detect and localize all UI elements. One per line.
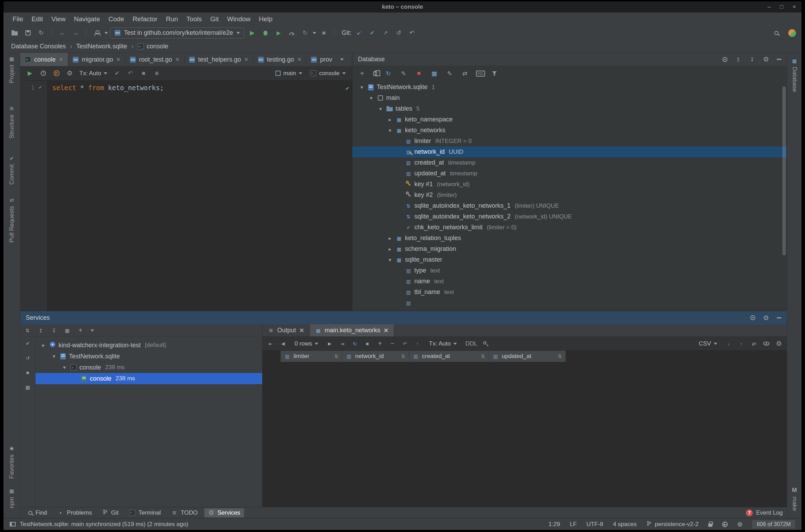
query-history-icon[interactable] [38, 68, 49, 79]
view-options-icon[interactable] [763, 342, 769, 346]
rerun-icon[interactable] [299, 29, 311, 37]
toolwindow-terminal[interactable]: Terminal [125, 508, 165, 517]
tree-row-column[interactable]: limiter INTEGER = 0 [352, 136, 787, 146]
close-icon[interactable]: ✕ [297, 56, 302, 63]
next-page-icon[interactable] [327, 341, 333, 347]
sidebar-item-structure[interactable]: Structure [8, 105, 15, 138]
tool-window-options-icon[interactable] [750, 315, 755, 320]
export-format-select[interactable]: CSV [697, 340, 719, 347]
tab-result-grid[interactable]: main.keto_networks ✕ [310, 324, 394, 336]
notification-icon[interactable] [737, 522, 742, 527]
sync-icon[interactable] [36, 29, 47, 37]
console-settings-icon[interactable] [64, 69, 75, 78]
sort-icon[interactable] [401, 353, 405, 360]
avatar[interactable] [788, 29, 796, 37]
coverage-icon[interactable] [273, 29, 284, 37]
ddl-button[interactable]: DDL [465, 340, 477, 347]
menu-view[interactable]: View [47, 14, 70, 24]
last-page-icon[interactable] [339, 341, 345, 347]
memory-indicator[interactable]: 606 of 3072M [752, 520, 795, 529]
tree-row-index[interactable]: sqlite_autoindex_keto_networks_2 (networ… [352, 211, 787, 222]
chevron-down-icon[interactable] [60, 364, 69, 371]
settings-icon[interactable] [776, 341, 782, 347]
toolwindow-event-log[interactable]: Event Log [756, 509, 783, 516]
revert-icon[interactable] [402, 341, 408, 347]
tab-root-test-go[interactable]: root_test.go ✕ [125, 53, 185, 66]
chevron-down-icon[interactable] [91, 329, 94, 332]
submit-icon[interactable] [414, 341, 421, 347]
copy-icon[interactable] [373, 71, 377, 76]
code-line[interactable]: select * from keto_networks; [47, 81, 352, 311]
close-icon[interactable]: × [792, 3, 796, 10]
menu-run[interactable]: Run [162, 14, 182, 24]
chevron-down-icon[interactable] [104, 32, 108, 34]
close-icon[interactable]: ✕ [175, 56, 180, 63]
rollback-tx-icon[interactable] [25, 355, 31, 361]
tab-migrator-go[interactable]: migrator.go ✕ [68, 53, 126, 66]
run-icon[interactable] [247, 29, 258, 37]
schema-select[interactable]: main [273, 70, 305, 77]
first-page-icon[interactable] [267, 341, 274, 347]
history-icon[interactable] [393, 29, 404, 37]
close-icon[interactable]: ✕ [383, 327, 389, 334]
caret-position[interactable]: 1:29 [548, 521, 560, 528]
sidebar-item-npm[interactable]: npm [8, 488, 15, 508]
tree-row-column[interactable]: name text [352, 276, 787, 287]
refresh-icon[interactable] [384, 69, 392, 78]
back-icon[interactable] [57, 29, 68, 37]
chevron-down-icon[interactable] [367, 95, 376, 101]
open-icon[interactable] [9, 28, 20, 38]
tree-row-table[interactable]: schema_migration [352, 244, 787, 254]
chevron-down-icon[interactable] [385, 257, 394, 263]
tree-row-index[interactable]: sqlite_autoindex_keto_networks_1 (limite… [352, 200, 787, 211]
chevron-down-icon[interactable] [376, 106, 385, 112]
stop-query-icon[interactable] [138, 69, 149, 78]
menu-help[interactable]: Help [255, 14, 277, 24]
menu-tools[interactable]: Tools [182, 14, 206, 24]
menu-navigate[interactable]: Navigate [70, 14, 104, 24]
sidebar-item-make[interactable]: M make [791, 487, 798, 511]
tree-row-table[interactable]: keto_namespace [352, 114, 787, 125]
sidebar-item-project[interactable]: Project [8, 56, 15, 83]
grid-body[interactable] [263, 362, 787, 507]
debug-icon[interactable] [260, 28, 271, 38]
chevron-down-icon[interactable] [313, 32, 316, 34]
profiler-icon[interactable] [286, 28, 297, 38]
sidebar-item-favorites[interactable]: Favorites [8, 445, 15, 479]
toolwindow-services[interactable]: Services [204, 508, 244, 517]
sort-icon[interactable] [481, 353, 485, 360]
column-header-network-id[interactable]: network_id [342, 351, 409, 362]
collapse-all-icon[interactable] [749, 56, 755, 63]
tree-row-table[interactable]: sqlite_master [352, 254, 787, 265]
save-all-icon[interactable] [22, 28, 33, 38]
menu-code[interactable]: Code [104, 14, 128, 24]
chevron-right-icon[interactable] [39, 342, 48, 348]
execute-icon[interactable] [24, 69, 36, 78]
toolwindow-problems[interactable]: Problems [54, 508, 96, 517]
tab-test-helpers-go[interactable]: test_helpers.go ✕ [185, 53, 253, 66]
tree-row-datasource[interactable]: TestNetwork.sqlite 1 [352, 82, 787, 93]
hidden-tabs-icon[interactable] [337, 53, 347, 66]
service-row-session[interactable]: console 238 ms [36, 362, 262, 373]
run-configuration-select[interactable]: Test in github.com/ory/keto/internal/e2e [110, 27, 244, 39]
jump-to-console-icon[interactable] [461, 69, 469, 78]
page-size-select[interactable]: 0 rows [292, 340, 320, 347]
sql-generator-icon[interactable] [476, 71, 485, 77]
close-icon[interactable]: ✕ [59, 56, 63, 63]
update-project-icon[interactable] [353, 29, 365, 37]
delete-row-icon[interactable] [389, 341, 396, 347]
menu-file[interactable]: File [8, 14, 28, 24]
stop-icon[interactable] [364, 341, 370, 347]
close-icon[interactable]: ✕ [299, 327, 304, 334]
export-data-icon[interactable] [726, 341, 732, 347]
add-icon[interactable] [358, 69, 366, 78]
data-editor-icon[interactable] [430, 69, 438, 78]
column-header-limiter[interactable]: limiter [281, 351, 342, 362]
query-parameters-icon[interactable] [51, 68, 62, 79]
modify-table-icon[interactable] [445, 69, 454, 78]
hide-icon[interactable] [777, 317, 781, 318]
expand-all-icon[interactable] [38, 327, 44, 334]
rollback-icon[interactable] [406, 29, 417, 37]
tree-row-table[interactable]: keto_networks [352, 125, 787, 136]
group-by-icon[interactable] [64, 327, 70, 334]
